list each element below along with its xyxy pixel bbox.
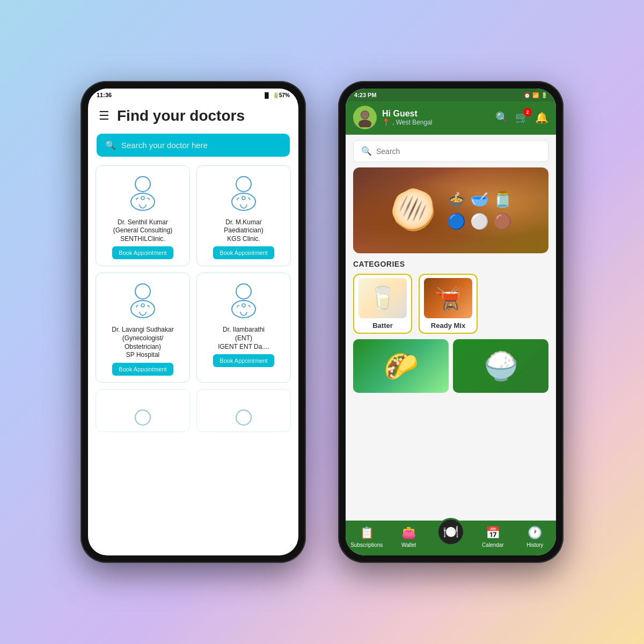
svg-point-11 [242, 304, 245, 307]
readymix-image: 🫕 [424, 278, 472, 318]
svg-point-4 [232, 193, 255, 210]
svg-point-6 [135, 284, 150, 299]
svg-point-1 [131, 193, 155, 210]
signal-icon: ▐▌ [263, 92, 270, 98]
nav-home[interactable]: 🍽️ [435, 529, 467, 546]
doctor-avatar-2 [222, 172, 265, 215]
calendar-icon: 📅 [486, 526, 500, 540]
doctor-avatar-4 [222, 280, 265, 323]
category-readymix[interactable]: 🫕 Ready Mix [419, 274, 478, 334]
book-btn-3[interactable]: Book Appointment [112, 363, 173, 376]
categories-title: CATEGORIES [353, 260, 548, 268]
subscriptions-icon: 📋 [360, 526, 374, 540]
nav-history[interactable]: 🕐 History [519, 526, 551, 548]
doctors-header: ☰ Find your doctors [88, 101, 298, 134]
categories-grid: 🥛 Batter 🫕 Ready Mix [353, 274, 548, 334]
svg-point-5 [242, 196, 245, 200]
header-location: 📍 , West Bengal [382, 119, 490, 126]
search-icon-header[interactable]: 🔍 [495, 111, 509, 124]
svg-point-16 [361, 111, 369, 119]
svg-point-9 [236, 284, 251, 299]
clock-icon: ⏰ [524, 92, 530, 98]
left-status-bar: 11:36 ▐▌ 🔋57% [88, 89, 298, 101]
home-button[interactable]: 🍽️ [437, 518, 465, 546]
phones-container: 11:36 ▐▌ 🔋57% ☰ Find your doctors 🔍 [80, 81, 564, 563]
nav-subscriptions[interactable]: 📋 Subscriptions [350, 526, 383, 548]
doctor-name-2: Dr. M.KumarPaediatrician)KGS Clinic. [224, 218, 263, 244]
doctor-avatar-1 [121, 172, 164, 215]
doctors-app: 11:36 ▐▌ 🔋57% ☰ Find your doctors 🔍 [88, 89, 298, 555]
cart-badge: 2 [523, 108, 532, 116]
food-search-input[interactable] [376, 147, 540, 156]
doctor-avatar-3 [121, 280, 164, 323]
book-btn-2[interactable]: Book Appointment [213, 246, 274, 259]
idli-product[interactable]: 🍚 [453, 339, 548, 393]
categories-section: CATEGORIES 🥛 Batter 🫕 Read [346, 260, 556, 339]
history-label: History [526, 542, 543, 548]
doctors-grid: Dr. Senthil Kumar(General Consulting)SEN… [88, 165, 298, 383]
hamburger-icon[interactable]: ☰ [99, 110, 109, 122]
doctor-card-1: Dr. Senthil Kumar(General Consulting)SEN… [96, 165, 190, 267]
svg-point-0 [135, 177, 150, 192]
wallet-icon: 👛 [401, 526, 416, 540]
user-avatar [353, 106, 377, 129]
doctor-search-bar[interactable]: 🔍 [97, 134, 290, 157]
nav-wallet[interactable]: 👛 Wallet [393, 526, 425, 548]
history-icon: 🕐 [528, 526, 542, 540]
doctor-name-3: Dr. Lavangi Sudhakar(Gynecologist/Obstet… [112, 326, 173, 359]
svg-point-10 [232, 301, 255, 318]
doctor-search-icon: 🔍 [105, 140, 116, 150]
svg-point-8 [141, 304, 144, 307]
batter-label: Batter [372, 321, 393, 330]
left-status-icons: ▐▌ 🔋57% [263, 92, 290, 98]
book-btn-1[interactable]: Book Appointment [112, 246, 173, 259]
doctor-card-6-partial [196, 389, 291, 432]
wifi-icon: 📶 [532, 92, 539, 98]
subscriptions-label: Subscriptions [350, 542, 383, 548]
doctors-grid-partial [88, 389, 298, 432]
doctor-search-input[interactable] [121, 141, 281, 150]
right-status-time: 4:23 PM [354, 92, 377, 98]
wallet-label: Wallet [401, 542, 416, 548]
dosa-product[interactable]: 🌮 [353, 339, 449, 393]
header-actions: 🔍 🛒 2 🔔 [495, 111, 548, 124]
doctor-name-1: Dr. Senthil Kumar(General Consulting)SEN… [113, 218, 173, 244]
svg-point-12 [135, 410, 150, 425]
food-header: Hi Guest 📍 , West Bengal 🔍 🛒 2 🔔 [346, 101, 556, 135]
bottom-nav: 📋 Subscriptions 👛 Wallet 🍽️ 📅 [346, 521, 556, 555]
location-pin-icon: 📍 [382, 119, 390, 126]
bell-icon[interactable]: 🔔 [535, 111, 548, 124]
food-search-bar[interactable]: 🔍 [353, 140, 548, 162]
doctors-title: Find your doctors [117, 107, 245, 125]
nav-calendar[interactable]: 📅 Calendar [477, 526, 509, 548]
category-batter[interactable]: 🥛 Batter [353, 274, 412, 334]
svg-point-2 [141, 196, 144, 200]
doctor-card-2: Dr. M.KumarPaediatrician)KGS Clinic. Boo… [196, 165, 291, 267]
header-greeting: Hi Guest [382, 109, 490, 119]
products-grid: 🌮 🍚 [353, 339, 548, 393]
doctor-name-4: Dr. Ilambarathi(ENT)IGENT ENT Da.... [218, 326, 269, 351]
doctor-avatar-5 [121, 395, 164, 432]
left-phone: 11:36 ▐▌ 🔋57% ☰ Find your doctors 🔍 [80, 81, 306, 563]
home-icon: 🍽️ [443, 524, 459, 539]
book-btn-4[interactable]: Book Appointment [213, 354, 274, 367]
svg-point-3 [236, 177, 251, 192]
banner-visual: 🫓 🍲 🥣 🫙 🔵 ⚪ 🟤 [353, 167, 548, 253]
svg-point-7 [131, 301, 155, 318]
batter-image: 🥛 [358, 278, 407, 318]
header-info: Hi Guest 📍 , West Bengal [382, 109, 490, 126]
food-app: 4:23 PM ⏰ 📶 🔋 [346, 89, 556, 555]
svg-point-13 [236, 410, 251, 425]
cart-icon[interactable]: 🛒 2 [515, 111, 529, 124]
doctor-avatar-6 [222, 395, 265, 432]
food-search-icon: 🔍 [361, 146, 372, 156]
right-status-bar: 4:23 PM ⏰ 📶 🔋 [346, 89, 556, 101]
battery-icon: 🔋57% [273, 92, 290, 98]
readymix-label: Ready Mix [431, 321, 465, 330]
doctor-card-3: Dr. Lavangi Sudhakar(Gynecologist/Obstet… [96, 273, 190, 382]
products-section: 🌮 🍚 [346, 339, 556, 521]
right-status-icons: ⏰ 📶 🔋 [524, 92, 547, 98]
battery-icon-right: 🔋 [541, 92, 547, 98]
calendar-label: Calendar [482, 542, 504, 548]
svg-point-15 [358, 120, 371, 127]
